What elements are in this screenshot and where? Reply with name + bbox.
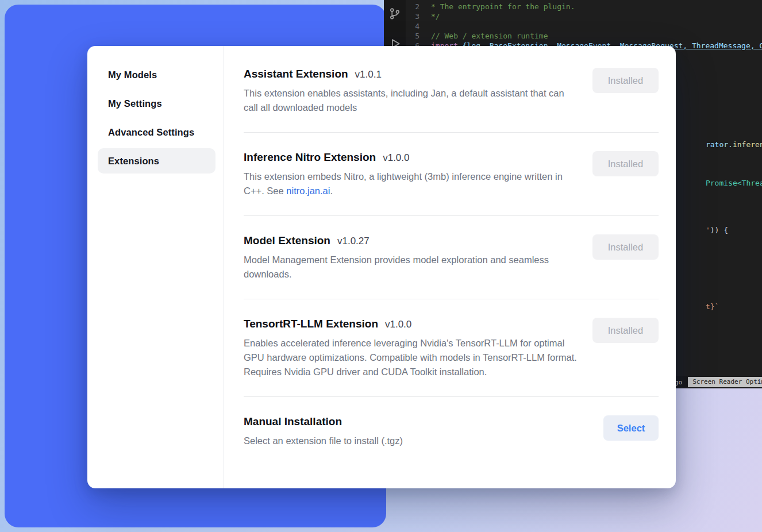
- code-token: Promise<ThreadMessage>: [706, 179, 762, 187]
- code-fragment: rator.inference(data));: [679, 132, 762, 157]
- line-number: 5: [406, 32, 431, 40]
- extension-info: Assistant Extension v1.0.1 This extensio…: [244, 68, 578, 115]
- extension-title-row: Assistant Extension v1.0.1: [244, 68, 578, 80]
- sidebar-item-label: My Settings: [108, 98, 162, 109]
- extension-info: Model Extension v1.0.27 Model Management…: [244, 234, 578, 282]
- installed-button[interactable]: Installed: [592, 68, 659, 93]
- manual-installation-title: Manual Installation: [244, 415, 342, 428]
- installed-button[interactable]: Installed: [592, 318, 659, 343]
- installed-button[interactable]: Installed: [592, 234, 659, 260]
- sidebar-item-label: Extensions: [108, 156, 159, 167]
- extension-description: This extension enables assistants, inclu…: [244, 86, 578, 115]
- code-comment: * The entrypoint for the plugin.: [431, 2, 575, 11]
- settings-card: My Models My Settings Advanced Settings …: [87, 46, 676, 488]
- extension-info: Manual Installation Select an extension …: [244, 415, 403, 448]
- manual-installation-row: Manual Installation Select an extension …: [244, 397, 659, 465]
- sidebar-item-extensions[interactable]: Extensions: [98, 148, 215, 174]
- extension-title-row: Model Extension v1.0.27: [244, 234, 578, 247]
- code-comment: // Web / extension runtime: [431, 32, 548, 40]
- extension-version: v1.0.0: [383, 152, 409, 164]
- sidebar-item-my-models[interactable]: My Models: [98, 62, 215, 87]
- select-file-button[interactable]: Select: [603, 415, 659, 441]
- extension-title: Model Extension: [244, 234, 330, 247]
- installed-button[interactable]: Installed: [592, 151, 659, 176]
- code-fragment: Promise<ThreadMessage>: [679, 170, 762, 196]
- line-number: 4: [406, 22, 431, 30]
- nitro-jan-ai-link[interactable]: nitro.jan.ai: [286, 186, 330, 196]
- extension-title: Inference Nitro Extension: [244, 151, 376, 164]
- source-control-icon[interactable]: [388, 7, 402, 21]
- extension-description: Enables accelerated inference leveraging…: [244, 336, 578, 379]
- extension-title-row: Inference Nitro Extension v1.0.0: [244, 151, 578, 164]
- code-line: 4: [406, 21, 762, 31]
- line-number: 3: [406, 12, 431, 21]
- sidebar-item-advanced-settings[interactable]: Advanced Settings: [98, 119, 215, 145]
- code-line: 2 * The entrypoint for the plugin.: [406, 2, 762, 11]
- extension-title: Assistant Extension: [244, 68, 348, 80]
- extension-row-inference-nitro: Inference Nitro Extension v1.0.0 This ex…: [244, 133, 659, 216]
- extension-title: TensortRT-LLM Extension: [244, 318, 378, 330]
- code-comment: */: [431, 12, 440, 21]
- extension-title-row: TensortRT-LLM Extension v1.0.0: [244, 318, 578, 330]
- code-line: 5 // Web / extension runtime: [406, 31, 762, 41]
- extension-version: v1.0.0: [385, 319, 411, 330]
- extension-row-tensorrt-llm: TensortRT-LLM Extension v1.0.0 Enables a…: [244, 299, 659, 397]
- manual-installation-description: Select an extension file to install (.tg…: [244, 434, 403, 448]
- code-token: rator.: [706, 140, 733, 149]
- extension-info: TensortRT-LLM Extension v1.0.0 Enables a…: [244, 318, 578, 379]
- extension-version: v1.0.27: [337, 236, 370, 247]
- sidebar-item-my-settings[interactable]: My Settings: [98, 91, 215, 116]
- extension-description: Model Management Extension provides mode…: [244, 253, 578, 282]
- code-token: inference: [733, 140, 762, 149]
- extension-row-assistant: Assistant Extension v1.0.1 This extensio…: [244, 49, 659, 133]
- description-text: .: [330, 186, 333, 196]
- code-area: 2 * The entrypoint for the plugin. 3 */ …: [406, 2, 762, 51]
- page-background: 2 * The entrypoint for the plugin. 3 */ …: [0, 0, 762, 532]
- extension-version: v1.0.1: [355, 69, 382, 80]
- code-fragment: t}`: [679, 294, 719, 319]
- extensions-panel: Assistant Extension v1.0.1 This extensio…: [224, 46, 676, 488]
- sidebar-item-label: My Models: [108, 70, 157, 80]
- extension-row-model: Model Extension v1.0.27 Model Management…: [244, 216, 659, 299]
- extension-info: Inference Nitro Extension v1.0.0 This ex…: [244, 151, 578, 198]
- line-number: 2: [406, 2, 431, 11]
- code-token: ': [706, 226, 710, 234]
- screen-reader-optimized-chip[interactable]: Screen Reader Optimized: [688, 377, 762, 387]
- extension-title-row: Manual Installation: [244, 415, 403, 428]
- settings-sidebar: My Models My Settings Advanced Settings …: [87, 46, 224, 488]
- code-token: )) {: [710, 226, 728, 234]
- extension-description: This extension embeds Nitro, a lightweig…: [244, 169, 578, 198]
- code-fragment: ')) {: [679, 217, 728, 243]
- sidebar-item-label: Advanced Settings: [108, 127, 194, 138]
- code-token: t}`: [706, 302, 719, 311]
- code-line: 3 */: [406, 11, 762, 21]
